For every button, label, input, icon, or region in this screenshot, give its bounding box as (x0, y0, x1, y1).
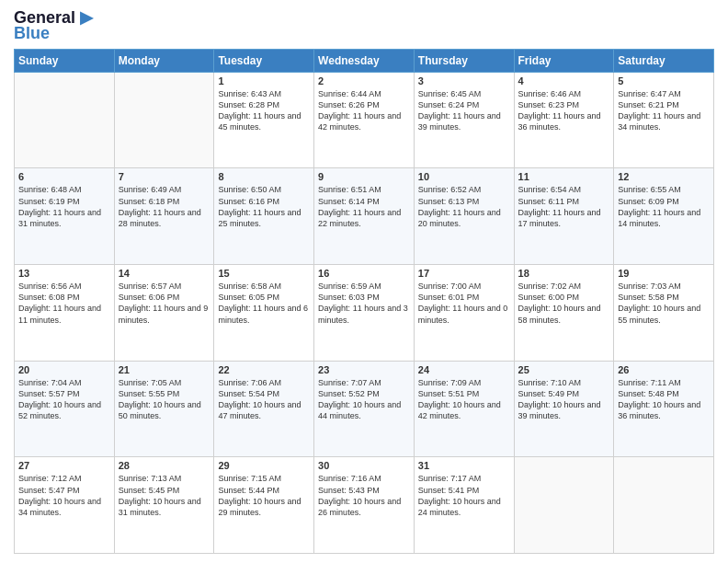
cell-info: Sunrise: 7:03 AM Sunset: 5:58 PM Dayligh… (618, 281, 710, 326)
day-number: 16 (318, 268, 410, 279)
cell-info: Sunrise: 6:48 AM Sunset: 6:19 PM Dayligh… (18, 184, 110, 229)
calendar-cell: 5Sunrise: 6:47 AM Sunset: 6:21 PM Daylig… (614, 72, 714, 168)
calendar-cell (15, 72, 115, 168)
day-number: 15 (218, 268, 310, 279)
day-number: 17 (418, 268, 510, 279)
day-number: 28 (119, 460, 210, 471)
day-number: 11 (518, 171, 610, 182)
cell-info: Sunrise: 7:11 AM Sunset: 5:48 PM Dayligh… (618, 377, 710, 422)
calendar-cell: 14Sunrise: 6:57 AM Sunset: 6:06 PM Dayli… (114, 265, 214, 362)
cell-info: Sunrise: 6:58 AM Sunset: 6:05 PM Dayligh… (218, 281, 310, 326)
day-number: 22 (218, 364, 310, 375)
calendar-cell: 30Sunrise: 7:16 AM Sunset: 5:43 PM Dayli… (314, 457, 415, 554)
calendar-week-4: 27Sunrise: 7:12 AM Sunset: 5:47 PM Dayli… (15, 457, 714, 554)
day-number: 6 (18, 171, 110, 182)
cell-info: Sunrise: 7:10 AM Sunset: 5:49 PM Dayligh… (518, 377, 610, 422)
cell-info: Sunrise: 6:57 AM Sunset: 6:06 PM Dayligh… (119, 281, 210, 326)
calendar-cell: 7Sunrise: 6:49 AM Sunset: 6:18 PM Daylig… (114, 168, 214, 265)
cell-info: Sunrise: 6:45 AM Sunset: 6:24 PM Dayligh… (418, 88, 510, 133)
cell-info: Sunrise: 6:50 AM Sunset: 6:16 PM Dayligh… (218, 184, 310, 229)
calendar-week-0: 1Sunrise: 6:43 AM Sunset: 6:28 PM Daylig… (15, 72, 714, 168)
cell-info: Sunrise: 7:16 AM Sunset: 5:43 PM Dayligh… (318, 473, 410, 518)
day-number: 31 (418, 460, 510, 471)
calendar-cell: 27Sunrise: 7:12 AM Sunset: 5:47 PM Dayli… (15, 457, 115, 554)
cell-info: Sunrise: 6:46 AM Sunset: 6:23 PM Dayligh… (518, 88, 610, 133)
calendar-cell: 21Sunrise: 7:05 AM Sunset: 5:55 PM Dayli… (114, 361, 214, 457)
cell-info: Sunrise: 6:44 AM Sunset: 6:26 PM Dayligh… (318, 88, 410, 133)
day-number: 13 (18, 268, 110, 279)
cell-info: Sunrise: 6:47 AM Sunset: 6:21 PM Dayligh… (618, 88, 710, 133)
day-number: 29 (218, 460, 310, 471)
calendar-cell: 16Sunrise: 6:59 AM Sunset: 6:03 PM Dayli… (314, 265, 415, 362)
calendar-cell: 13Sunrise: 6:56 AM Sunset: 6:08 PM Dayli… (15, 265, 115, 362)
calendar-cell: 25Sunrise: 7:10 AM Sunset: 5:49 PM Dayli… (514, 361, 614, 457)
day-number: 1 (218, 75, 310, 86)
cell-info: Sunrise: 6:51 AM Sunset: 6:14 PM Dayligh… (318, 184, 410, 229)
cell-info: Sunrise: 6:54 AM Sunset: 6:11 PM Dayligh… (518, 184, 610, 229)
day-number: 21 (119, 364, 210, 375)
day-number: 10 (418, 171, 510, 182)
day-number: 7 (119, 171, 210, 182)
calendar-cell: 9Sunrise: 6:51 AM Sunset: 6:14 PM Daylig… (314, 168, 415, 265)
cell-info: Sunrise: 6:56 AM Sunset: 6:08 PM Dayligh… (18, 281, 110, 326)
day-number: 27 (18, 460, 110, 471)
day-number: 4 (518, 75, 610, 86)
cell-info: Sunrise: 6:55 AM Sunset: 6:09 PM Dayligh… (618, 184, 710, 229)
calendar-cell: 12Sunrise: 6:55 AM Sunset: 6:09 PM Dayli… (614, 168, 714, 265)
calendar-table: SundayMondayTuesdayWednesdayThursdayFrid… (14, 49, 714, 554)
cell-info: Sunrise: 6:43 AM Sunset: 6:28 PM Dayligh… (218, 88, 310, 133)
day-number: 23 (318, 364, 410, 375)
cell-info: Sunrise: 6:49 AM Sunset: 6:18 PM Dayligh… (119, 184, 210, 229)
cell-info: Sunrise: 7:02 AM Sunset: 6:00 PM Dayligh… (518, 281, 610, 326)
calendar-cell: 22Sunrise: 7:06 AM Sunset: 5:54 PM Dayli… (214, 361, 314, 457)
day-number: 5 (618, 75, 710, 86)
day-number: 8 (218, 171, 310, 182)
logo-blue: Blue (14, 24, 50, 43)
day-number: 2 (318, 75, 410, 86)
day-number: 12 (618, 171, 710, 182)
calendar-cell: 10Sunrise: 6:52 AM Sunset: 6:13 PM Dayli… (414, 168, 514, 265)
day-number: 25 (518, 364, 610, 375)
cell-info: Sunrise: 7:05 AM Sunset: 5:55 PM Dayligh… (119, 377, 210, 422)
calendar-week-3: 20Sunrise: 7:04 AM Sunset: 5:57 PM Dayli… (15, 361, 714, 457)
logo: General ▶ Blue (14, 9, 93, 43)
day-number: 24 (418, 364, 510, 375)
calendar-header-row: SundayMondayTuesdayWednesdayThursdayFrid… (15, 49, 714, 72)
calendar-week-1: 6Sunrise: 6:48 AM Sunset: 6:19 PM Daylig… (15, 168, 714, 265)
calendar-weekday-sunday: Sunday (15, 49, 115, 72)
calendar-cell: 2Sunrise: 6:44 AM Sunset: 6:26 PM Daylig… (314, 72, 415, 168)
calendar-cell: 26Sunrise: 7:11 AM Sunset: 5:48 PM Dayli… (614, 361, 714, 457)
calendar-weekday-saturday: Saturday (614, 49, 714, 72)
calendar-cell: 4Sunrise: 6:46 AM Sunset: 6:23 PM Daylig… (514, 72, 614, 168)
calendar-cell: 24Sunrise: 7:09 AM Sunset: 5:51 PM Dayli… (414, 361, 514, 457)
cell-info: Sunrise: 7:07 AM Sunset: 5:52 PM Dayligh… (318, 377, 410, 422)
cell-info: Sunrise: 7:09 AM Sunset: 5:51 PM Dayligh… (418, 377, 510, 422)
calendar-weekday-thursday: Thursday (414, 49, 514, 72)
cell-info: Sunrise: 7:17 AM Sunset: 5:41 PM Dayligh… (418, 473, 510, 518)
cell-info: Sunrise: 7:15 AM Sunset: 5:44 PM Dayligh… (218, 473, 310, 518)
calendar-weekday-tuesday: Tuesday (214, 49, 314, 72)
calendar-cell: 1Sunrise: 6:43 AM Sunset: 6:28 PM Daylig… (214, 72, 314, 168)
day-number: 3 (418, 75, 510, 86)
calendar-cell: 11Sunrise: 6:54 AM Sunset: 6:11 PM Dayli… (514, 168, 614, 265)
calendar-cell: 23Sunrise: 7:07 AM Sunset: 5:52 PM Dayli… (314, 361, 415, 457)
cell-info: Sunrise: 7:04 AM Sunset: 5:57 PM Dayligh… (18, 377, 110, 422)
day-number: 26 (618, 364, 710, 375)
cell-info: Sunrise: 7:12 AM Sunset: 5:47 PM Dayligh… (18, 473, 110, 518)
calendar-cell: 29Sunrise: 7:15 AM Sunset: 5:44 PM Dayli… (214, 457, 314, 554)
cell-info: Sunrise: 7:00 AM Sunset: 6:01 PM Dayligh… (418, 281, 510, 326)
calendar-cell (114, 72, 214, 168)
calendar-weekday-wednesday: Wednesday (314, 49, 415, 72)
calendar-cell: 19Sunrise: 7:03 AM Sunset: 5:58 PM Dayli… (614, 265, 714, 362)
day-number: 30 (318, 460, 410, 471)
calendar-cell: 3Sunrise: 6:45 AM Sunset: 6:24 PM Daylig… (414, 72, 514, 168)
calendar-cell: 15Sunrise: 6:58 AM Sunset: 6:05 PM Dayli… (214, 265, 314, 362)
calendar-cell: 17Sunrise: 7:00 AM Sunset: 6:01 PM Dayli… (414, 265, 514, 362)
calendar-cell: 20Sunrise: 7:04 AM Sunset: 5:57 PM Dayli… (15, 361, 115, 457)
cell-info: Sunrise: 6:52 AM Sunset: 6:13 PM Dayligh… (418, 184, 510, 229)
day-number: 20 (18, 364, 110, 375)
calendar-weekday-friday: Friday (514, 49, 614, 72)
calendar-week-2: 13Sunrise: 6:56 AM Sunset: 6:08 PM Dayli… (15, 265, 714, 362)
page: General ▶ Blue SundayMondayTuesdayWednes… (0, 0, 728, 563)
calendar-cell: 18Sunrise: 7:02 AM Sunset: 6:00 PM Dayli… (514, 265, 614, 362)
